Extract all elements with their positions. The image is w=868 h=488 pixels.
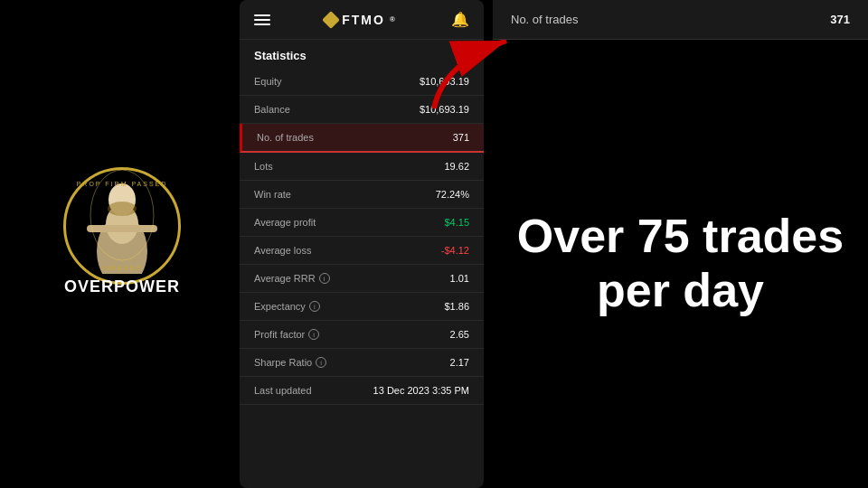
figure-svg xyxy=(81,156,163,274)
right-main: Over 75 trades per day xyxy=(493,40,868,488)
stat-value-7: 1.01 xyxy=(450,273,469,284)
trades-bar: No. of trades 371 xyxy=(493,0,868,40)
right-area: No. of trades 371 Over 75 trades per day xyxy=(493,0,868,488)
stat-label-2: No. of trades xyxy=(257,132,314,143)
bell-icon[interactable]: 🔔 xyxy=(451,11,469,28)
badge-inner: OVERPOWER xyxy=(64,156,180,296)
trades-bar-value: 371 xyxy=(830,13,850,26)
stat-row-7: Average RRRi1.01 xyxy=(240,265,484,293)
stat-row-0: Equity$10,693.19 xyxy=(240,68,484,96)
stat-row-8: Expectancyi$1.86 xyxy=(240,293,484,321)
overpower-text: OVERPOWER xyxy=(64,277,180,296)
stat-label-4: Win rate xyxy=(254,189,291,200)
hamburger-menu-icon[interactable] xyxy=(254,14,270,25)
badge-bottom-text: INREXEN xyxy=(101,265,142,271)
ftmo-diamond-icon xyxy=(322,11,340,29)
stat-label-0: Equity xyxy=(254,76,282,87)
stat-value-6: -$4.12 xyxy=(441,245,469,256)
stat-value-0: $10,693.19 xyxy=(420,76,469,87)
badge-circle: PROP FIRM PASSED OVERPOWER INREXEN xyxy=(63,167,181,285)
stat-value-10: 2.17 xyxy=(450,357,469,368)
stat-value-11: 13 Dec 2023 3:35 PM xyxy=(373,385,469,396)
badge-top-text: PROP FIRM PASSED xyxy=(77,181,168,187)
stat-row-10: Sharpe Ratioi2.17 xyxy=(240,349,484,377)
stats-section: Statistics Equity$10,693.19Balance$10,69… xyxy=(240,40,484,405)
info-icon-9: i xyxy=(308,329,319,340)
stat-row-5: Average profit$4.15 xyxy=(240,209,484,237)
stat-value-8: $1.86 xyxy=(444,301,469,312)
stat-row-2: No. of trades371 xyxy=(240,124,484,153)
left-overlay: PROP FIRM PASSED OVERPOWER INREXEN xyxy=(0,0,244,488)
stat-row-3: Lots19.62 xyxy=(240,153,484,181)
stat-label-6: Average loss xyxy=(254,245,311,256)
svg-point-4 xyxy=(108,202,137,216)
stat-row-9: Profit factori2.65 xyxy=(240,321,484,349)
stat-row-1: Balance$10,693.19 xyxy=(240,96,484,124)
ftmo-registered: ® xyxy=(390,15,397,23)
stat-label-10: Sharpe Ratioi xyxy=(254,357,326,368)
info-icon-10: i xyxy=(316,357,326,368)
main-message-line2: per day xyxy=(597,264,764,316)
stat-value-4: 72.24% xyxy=(436,189,469,200)
stat-row-6: Average loss-$4.12 xyxy=(240,237,484,265)
main-message-line1: Over 75 trades xyxy=(517,210,844,262)
trades-bar-label: No. of trades xyxy=(511,13,578,26)
info-icon-8: i xyxy=(309,301,320,312)
phone-panel: FTMO® 🔔 Statistics Equity$10,693.19Balan… xyxy=(240,0,484,488)
stat-value-5: $4.15 xyxy=(444,217,469,228)
stat-value-9: 2.65 xyxy=(450,329,469,340)
ftmo-logo-text: FTMO xyxy=(342,13,385,27)
stat-value-2: 371 xyxy=(453,132,469,143)
info-icon-7: i xyxy=(319,273,330,284)
stat-label-5: Average profit xyxy=(254,217,316,228)
stat-label-8: Expectancyi xyxy=(254,301,320,312)
stat-label-3: Lots xyxy=(254,161,273,172)
stats-title: Statistics xyxy=(240,40,484,68)
phone-header: FTMO® 🔔 xyxy=(240,0,484,40)
main-message: Over 75 trades per day xyxy=(517,210,844,318)
stat-value-1: $10,693.19 xyxy=(420,104,469,115)
ftmo-logo: FTMO® xyxy=(325,13,397,27)
stat-row-4: Win rate72.24% xyxy=(240,181,484,209)
stat-label-9: Profit factori xyxy=(254,329,319,340)
stat-label-1: Balance xyxy=(254,104,290,115)
stat-label-7: Average RRRi xyxy=(254,273,330,284)
stats-rows: Equity$10,693.19Balance$10,693.19No. of … xyxy=(240,68,484,405)
stat-label-11: Last updated xyxy=(254,385,312,396)
stat-row-11: Last updated13 Dec 2023 3:35 PM xyxy=(240,377,484,405)
stat-value-3: 19.62 xyxy=(444,161,469,172)
